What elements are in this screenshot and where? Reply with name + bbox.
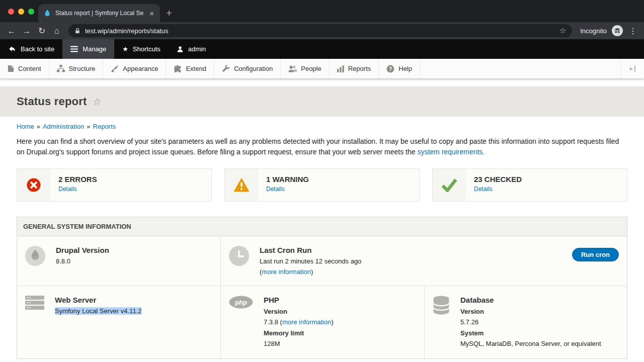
help-icon: ? — [386, 65, 394, 73]
php-version-label: Version — [264, 307, 334, 316]
window-close-button[interactable] — [8, 9, 14, 15]
browser-tab-strip: Status report | Symfony Local Se × + — [0, 0, 644, 22]
new-tab-button[interactable]: + — [166, 8, 172, 18]
database-version-value: 5.7.26 — [460, 318, 601, 326]
home-icon[interactable]: ⌂ — [49, 27, 64, 35]
checkmark-icon — [433, 169, 466, 201]
browser-menu-icon[interactable]: ⋮ — [629, 26, 637, 36]
error-details-link[interactable]: Details — [58, 186, 77, 193]
paintbrush-icon — [111, 65, 119, 73]
cron-more-info-line: (more information) — [260, 267, 361, 276]
error-icon — [17, 169, 50, 201]
checked-details-link[interactable]: Details — [474, 186, 493, 193]
menu-item-configuration[interactable]: Configuration — [214, 59, 281, 78]
php-text: PHP Version 7.3.8 (more information) Mem… — [264, 296, 334, 348]
cron-title: Last Cron Run — [260, 246, 361, 255]
panel-row-2: Web Server Symfony Local Server v4.11.2 … — [17, 286, 627, 358]
breadcrumb-administration-link[interactable]: Administration — [43, 123, 84, 130]
database-text: Database Version 5.7.26 System MySQL, Ma… — [460, 296, 601, 348]
cron-status: Last run 2 minutes 12 seconds ago — [260, 257, 361, 265]
clock-icon — [229, 246, 249, 266]
web-server-value-selected: Symfony Local Server v4.11.2 — [55, 307, 141, 315]
web-server-cell: Web Server Symfony Local Server v4.11.2 — [17, 286, 221, 358]
run-cron-button[interactable]: Run cron — [572, 248, 619, 261]
drupal-version-title: Drupal Version — [56, 246, 109, 255]
back-icon[interactable]: ← — [4, 27, 19, 35]
star-icon: ★ — [122, 46, 128, 52]
breadcrumb-separator: » — [87, 123, 90, 130]
menu-item-appearance[interactable]: Appearance — [103, 59, 166, 78]
drupal-favicon-icon — [43, 9, 51, 17]
incognito-label: Incognito — [580, 27, 607, 35]
php-memory-value: 128M — [264, 339, 334, 348]
page-content: Home»Administration»Reports Here you can… — [0, 117, 644, 362]
menu-label: Appearance — [123, 65, 158, 72]
paren: ) — [331, 318, 333, 326]
url-text[interactable]: test.wip/admin/reports/status — [85, 27, 168, 35]
last-cron-run-cell: Last Cron Run Last run 2 minutes 12 seco… — [221, 236, 627, 286]
drupal-version-text: Drupal Version 8.8.0 — [56, 246, 109, 265]
system-requirements-link[interactable]: system requirements. — [417, 148, 485, 156]
svg-text:php: php — [234, 299, 247, 306]
web-server-text: Web Server Symfony Local Server v4.11.2 — [55, 296, 141, 315]
incognito-icon — [612, 25, 623, 36]
paren: ) — [311, 268, 313, 276]
web-server-title: Web Server — [55, 296, 141, 305]
intro-paragraph: Here you can find a short overview of yo… — [17, 136, 627, 157]
database-icon — [433, 296, 450, 315]
lock-icon — [74, 28, 80, 34]
menu-item-content[interactable]: Content — [0, 59, 49, 78]
page-title: Status report — [17, 95, 87, 108]
php-version-line: 7.3.8 (more information) — [264, 318, 334, 326]
php-more-information-link[interactable]: more information — [282, 318, 332, 326]
favorite-star-icon[interactable]: ☆ — [93, 96, 102, 108]
collapse-tray-icon — [628, 65, 636, 73]
toolbar-item-shortcuts[interactable]: ★ Shortcuts — [114, 39, 169, 59]
window-minimize-button[interactable] — [18, 9, 24, 15]
back-to-site-label: Back to site — [21, 45, 54, 53]
breadcrumb-reports-link[interactable]: Reports — [93, 123, 116, 130]
wrench-icon — [222, 65, 230, 73]
intro-text: Here you can find a short overview of yo… — [17, 137, 619, 156]
php-logo-icon: php — [229, 296, 253, 309]
manage-label: Manage — [83, 45, 106, 53]
menu-label: Structure — [69, 65, 96, 72]
back-to-site-link[interactable]: Back to site — [0, 39, 62, 59]
address-bar[interactable]: test.wip/admin/reports/status ☆ — [68, 24, 572, 37]
menu-item-people[interactable]: People — [281, 59, 329, 78]
page-header: Status report ☆ — [0, 86, 644, 117]
hamburger-icon — [70, 46, 78, 52]
drupal-version-value: 8.8.0 — [56, 257, 109, 265]
bookmark-star-icon[interactable]: ☆ — [559, 26, 566, 35]
reload-icon[interactable]: ↻ — [34, 27, 49, 35]
menu-label: People — [301, 65, 321, 72]
menu-item-reports[interactable]: Reports — [330, 59, 379, 78]
window-zoom-button[interactable] — [28, 9, 34, 15]
warning-details-link[interactable]: Details — [266, 186, 285, 193]
php-cell: php PHP Version 7.3.8 (more information)… — [221, 286, 425, 358]
menu-item-extend[interactable]: Extend — [166, 59, 214, 78]
checked-count: 23 CHECKED — [474, 175, 522, 184]
drupal-admin-toolbar: Back to site Manage ★ Shortcuts admin — [0, 39, 644, 59]
cron-more-information-link[interactable]: more information — [262, 268, 311, 276]
collapse-toolbar-button[interactable] — [620, 59, 644, 78]
menu-item-help[interactable]: ? Help — [379, 59, 420, 78]
toolbar-item-user[interactable]: admin — [169, 39, 214, 59]
status-summary: 2 ERRORS Details 1 WARNING Details 23 — [17, 168, 627, 202]
drupal-logo-icon — [25, 246, 45, 266]
breadcrumb-home-link[interactable]: Home — [17, 123, 34, 130]
toolbar-item-manage[interactable]: Manage — [62, 39, 114, 59]
menu-item-structure[interactable]: Structure — [49, 59, 104, 78]
file-icon — [8, 65, 14, 72]
warning-card-body: 1 WARNING Details — [258, 169, 317, 201]
panel-row-1: Drupal Version 8.8.0 Last Cron Run Last … — [17, 236, 627, 286]
database-version-label: Version — [460, 307, 601, 316]
username-label: admin — [188, 45, 206, 53]
browser-tab[interactable]: Status report | Symfony Local Se × — [38, 4, 160, 22]
php-title: PHP — [264, 296, 334, 305]
warning-icon — [225, 169, 258, 201]
people-icon — [288, 65, 297, 72]
tab-close-icon[interactable]: × — [148, 10, 155, 17]
database-system-label: System — [460, 329, 601, 337]
forward-icon[interactable]: → — [19, 27, 34, 35]
